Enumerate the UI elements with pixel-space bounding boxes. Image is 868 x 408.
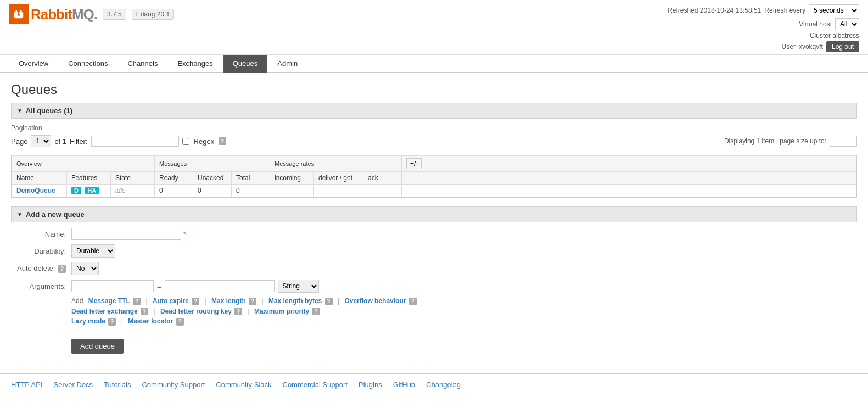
regex-help-icon[interactable]: ?	[219, 137, 226, 145]
form-row-name: Name: *	[11, 228, 857, 240]
add-link-max-length[interactable]: Max length	[211, 297, 246, 305]
nav-item-exchanges[interactable]: Exchanges	[167, 55, 222, 73]
regex-checkbox[interactable]	[182, 138, 189, 145]
table-row: DemoQueue D HA idle 0 0 0	[12, 185, 856, 197]
lazy-mode-help-icon[interactable]: ?	[108, 318, 116, 326]
add-link-dead-letter-routing-key[interactable]: Dead letter routing key	[160, 308, 232, 315]
arrow-down-icon: ▼	[17, 108, 23, 114]
page-size-input[interactable]: 100	[830, 136, 857, 147]
group-rates: Message rates	[270, 156, 402, 172]
queue-name-link[interactable]: DemoQueue	[16, 187, 55, 194]
group-overview: Overview	[12, 156, 155, 172]
rabbitmq-logo-icon	[9, 4, 29, 24]
queue-unacked: 0	[193, 185, 232, 197]
add-queue-section: ▼ Add a new queue Name: * Durability: Du…	[11, 206, 857, 354]
footer-github[interactable]: GitHub	[393, 381, 415, 389]
logout-button[interactable]: Log out	[826, 41, 859, 52]
auto-delete-label: Auto delete: ?	[11, 264, 71, 273]
footer-community-slack[interactable]: Community Slack	[216, 381, 271, 389]
nav-item-connections[interactable]: Connections	[58, 55, 117, 73]
queue-features: D HA	[67, 185, 111, 197]
nav-item-admin[interactable]: Admin	[267, 55, 307, 73]
add-link-lazy-mode[interactable]: Lazy mode	[71, 317, 105, 325]
refresh-select[interactable]: 5 seconds 10 seconds 30 seconds 60 secon…	[809, 4, 859, 16]
overflow-behaviour-help-icon[interactable]: ?	[409, 298, 417, 305]
col-header-state: State	[111, 172, 155, 185]
badge-ha: HA	[85, 187, 99, 194]
queue-state: idle	[111, 185, 155, 197]
auto-delete-label-text: Auto delete:	[17, 264, 55, 272]
max-length-help-icon[interactable]: ?	[249, 298, 256, 305]
queue-total: 0	[232, 185, 270, 197]
add-links-label: Add	[71, 297, 83, 305]
footer-commercial-support[interactable]: Commercial Support	[283, 381, 348, 389]
logo-rabbit: RabbitMQ.	[9, 4, 97, 24]
add-link-master-locator[interactable]: Master locator	[128, 317, 173, 325]
add-queue-button[interactable]: Add queue	[71, 339, 124, 354]
durability-select[interactable]: Durable Transient	[71, 244, 115, 258]
add-link-auto-expire[interactable]: Auto expire	[153, 297, 189, 305]
dead-letter-routing-key-help-icon[interactable]: ?	[234, 308, 242, 315]
nav-item-channels[interactable]: Channels	[117, 55, 167, 73]
queue-incoming	[270, 185, 314, 197]
vhost-label: Virtual host	[799, 20, 832, 28]
footer-changelog[interactable]: Changelog	[426, 381, 461, 389]
rabbit-svg	[13, 8, 25, 20]
plus-minus-button[interactable]: +/-	[406, 158, 422, 169]
svg-rect-5	[18, 14, 20, 16]
form-row-arguments: Arguments: = String Number Boolean List	[11, 280, 857, 293]
name-required: *	[183, 230, 186, 238]
durability-label: Durability:	[11, 247, 71, 255]
maximum-priority-help-icon[interactable]: ?	[312, 308, 320, 315]
queue-deliver-get	[314, 185, 363, 197]
user-name: xvokqvft	[799, 43, 823, 51]
queue-table: Overview Messages Message rates +/- Name…	[12, 155, 856, 197]
nav-item-queues[interactable]: Queues	[223, 55, 268, 73]
add-links: Add Message TTL ? | Auto expire ? | Max …	[71, 297, 857, 305]
page-select[interactable]: 1	[31, 135, 51, 147]
all-queues-section-header[interactable]: ▼ All queues (1)	[11, 103, 857, 119]
user-label: User	[782, 43, 796, 51]
footer-plugins[interactable]: Plugins	[359, 381, 382, 389]
main-content: Queues ▼ All queues (1) Pagination Page …	[0, 73, 868, 373]
add-link-max-length-bytes[interactable]: Max length bytes	[268, 297, 322, 305]
displaying-info: Displaying 1 item , page size up to: 100	[724, 136, 857, 147]
refreshed-text: Refreshed 2018-10-24 13:58:51	[668, 7, 761, 14]
refresh-row: Refreshed 2018-10-24 13:58:51 Refresh ev…	[668, 4, 859, 16]
auto-expire-help-icon[interactable]: ?	[192, 298, 199, 305]
nav-item-overview[interactable]: Overview	[9, 55, 58, 73]
add-queue-section-header[interactable]: ▼ Add a new queue	[11, 206, 857, 222]
queue-ack	[363, 185, 402, 197]
dead-letter-exchange-help-icon[interactable]: ?	[141, 308, 148, 315]
queue-name[interactable]: DemoQueue	[12, 185, 67, 197]
filter-input[interactable]	[91, 136, 179, 147]
logo-area: RabbitMQ. 3.7.5 Erlang 20.1	[9, 4, 174, 24]
auto-delete-help-icon[interactable]: ?	[58, 265, 66, 273]
svg-rect-2	[16, 10, 18, 14]
queue-name-input[interactable]	[71, 228, 181, 240]
add-link-maximum-priority[interactable]: Maximum priority	[254, 308, 309, 315]
add-link-dead-letter-exchange[interactable]: Dead letter exchange	[71, 308, 138, 315]
message-ttl-help-icon[interactable]: ?	[133, 298, 141, 305]
vhost-select[interactable]: All /	[835, 18, 859, 30]
footer-community-support[interactable]: Community Support	[142, 381, 205, 389]
footer-server-docs[interactable]: Server Docs	[54, 381, 93, 389]
of-label: of 1	[54, 137, 66, 146]
footer-http-api[interactable]: HTTP API	[11, 381, 43, 389]
args-key-input[interactable]	[71, 280, 154, 292]
auto-delete-select[interactable]: No Yes	[71, 262, 99, 275]
filter-label: Filter:	[70, 137, 88, 146]
args-type-select[interactable]: String Number Boolean List	[278, 280, 319, 293]
col-header-total: Total	[232, 172, 270, 185]
col-header-name: Name	[12, 172, 67, 185]
footer-tutorials[interactable]: Tutorials	[104, 381, 131, 389]
col-header-ack: ack	[363, 172, 402, 185]
master-locator-help-icon[interactable]: ?	[176, 318, 184, 326]
args-value-input[interactable]	[165, 280, 275, 292]
col-header-ready: Ready	[155, 172, 193, 185]
add-link-overflow-behaviour[interactable]: Overflow behaviour	[344, 297, 406, 305]
max-length-bytes-help-icon[interactable]: ?	[325, 298, 333, 305]
add-link-message-ttl[interactable]: Message TTL	[88, 297, 130, 305]
queue-extra	[402, 185, 856, 197]
queue-table-wrapper: Overview Messages Message rates +/- Name…	[11, 155, 857, 198]
